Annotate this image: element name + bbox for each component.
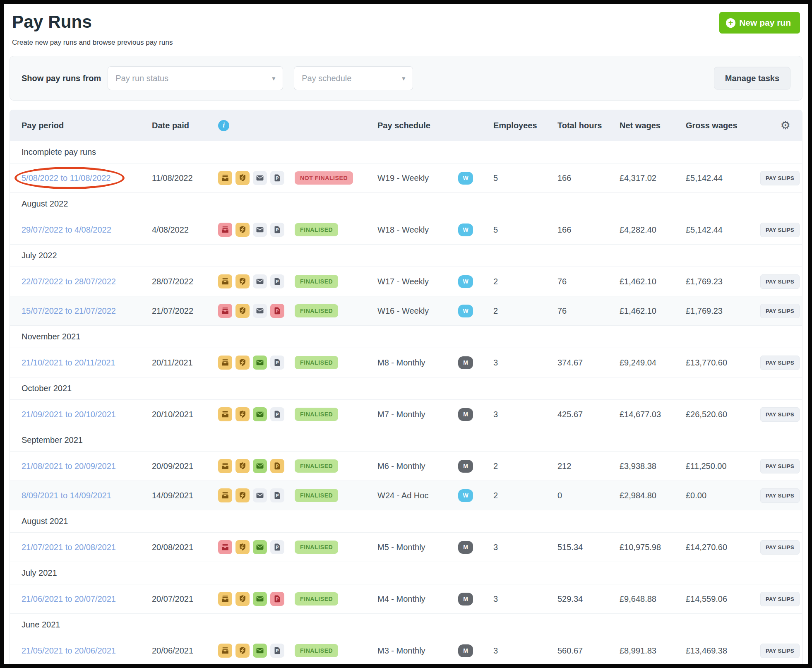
table-section-row: July 2022: [10, 244, 802, 267]
payments-icon: [218, 274, 232, 288]
net-wages-cell: £1,462.10: [620, 277, 686, 286]
employees-cell: 3: [493, 543, 557, 552]
pay-period-link[interactable]: 21/05/2021 to 20/06/2021: [22, 646, 116, 655]
employees-cell: 2: [493, 461, 557, 471]
pay-period-cell: 21/06/2021 to 20/07/2021: [22, 594, 152, 604]
pay-slips-button[interactable]: PAY SLIPS: [760, 304, 800, 318]
pay-schedule-cell: M3 - Monthly: [377, 646, 458, 656]
table-section-row: July 2021: [10, 562, 802, 584]
payments-icon: [218, 407, 232, 421]
table-row: 29/07/2022 to 4/08/20224/08/2022PFINALIS…: [10, 215, 802, 244]
net-wages-cell: £2,984.80: [620, 491, 686, 500]
pay-runs-table-body: Incomplete pay runs5/08/2022 to 11/08/20…: [10, 141, 802, 668]
section-label: August 2021: [22, 517, 68, 526]
pay-period-link[interactable]: 21/07/2021 to 20/08/2021: [22, 543, 116, 552]
total-hours-cell: 425.67: [557, 410, 620, 419]
info-icon[interactable]: i: [218, 120, 229, 131]
status-badge: FINALISED: [295, 304, 338, 317]
svg-text:P: P: [276, 545, 279, 550]
date-paid-cell: 20/10/2021: [152, 410, 218, 419]
pay-slips-button[interactable]: PAY SLIPS: [760, 223, 800, 237]
email-icon: [253, 304, 267, 318]
pay-slips-button[interactable]: PAY SLIPS: [760, 274, 800, 289]
employees-cell: 2: [493, 491, 557, 500]
pay-schedule-cell: M6 - Monthly: [377, 461, 458, 471]
payments-icon: [218, 459, 232, 473]
schedule-badge-cell: M: [458, 644, 493, 657]
pay-period-cell: 8/09/2021 to 14/09/2021: [22, 491, 152, 500]
col-gross-wages: Gross wages: [686, 121, 760, 130]
col-total-hours: Total hours: [557, 121, 620, 130]
pay-period-link[interactable]: 22/07/2022 to 28/07/2022: [22, 277, 116, 286]
hmrc-shield-icon: [235, 488, 250, 502]
status-badge: FINALISED: [295, 356, 338, 369]
pay-period-cell: 21/07/2021 to 20/08/2021: [22, 543, 152, 552]
pay-slips-button[interactable]: PAY SLIPS: [760, 407, 800, 422]
col-date-paid: Date paid: [152, 121, 218, 130]
pay-schedule-select[interactable]: Pay schedule ▾: [294, 66, 413, 90]
task-icon-strip: P: [218, 274, 295, 288]
pay-slips-button[interactable]: PAY SLIPS: [760, 488, 800, 503]
pay-slips-button[interactable]: PAY SLIPS: [760, 592, 800, 606]
total-hours-cell: 76: [557, 306, 620, 316]
pay-slips-button[interactable]: PAY SLIPS: [760, 644, 800, 658]
table-section-row: August 2021: [10, 510, 802, 532]
gross-wages-cell: £1,769.23: [686, 306, 760, 316]
table-row: 21/09/2021 to 20/10/202120/10/2021PFINAL…: [10, 399, 802, 429]
table-row: 21/08/2021 to 20/09/202120/09/2021PFINAL…: [10, 451, 802, 481]
pension-icon: P: [270, 459, 284, 473]
pay-period-cell: 21/10/2021 to 20/11/2021: [22, 358, 152, 368]
section-label: September 2021: [22, 435, 83, 445]
table-section-row: June 2021: [10, 613, 802, 636]
pay-period-link[interactable]: 15/07/2022 to 21/07/2022: [22, 306, 116, 315]
pay-period-link[interactable]: 29/07/2022 to 4/08/2022: [22, 225, 111, 234]
pension-icon: P: [270, 407, 284, 421]
col-employees: Employees: [493, 121, 557, 130]
task-icon-strip: P: [218, 488, 295, 502]
app-window: Pay Runs Create new pay runs and browse …: [0, 0, 812, 668]
total-hours-cell: 529.34: [557, 594, 620, 604]
pay-period-cell: 21/09/2021 to 20/10/2021: [22, 410, 152, 419]
new-pay-run-button[interactable]: + New pay run: [719, 12, 800, 34]
pay-schedule-cell: W24 - Ad Hoc: [377, 491, 458, 500]
pay-period-link[interactable]: 5/08/2022 to 11/08/2022: [22, 173, 111, 183]
pay-slips-button[interactable]: PAY SLIPS: [760, 540, 800, 555]
net-wages-cell: £3,938.38: [620, 461, 686, 471]
manage-tasks-button[interactable]: Manage tasks: [714, 67, 790, 90]
pay-period-link[interactable]: 21/08/2021 to 20/09/2021: [22, 461, 116, 471]
task-icon-strip: P: [218, 407, 295, 421]
pay-slips-button[interactable]: PAY SLIPS: [760, 171, 800, 185]
gross-wages-cell: £26,520.60: [686, 410, 760, 419]
schedule-type-badge: M: [458, 356, 473, 369]
section-label: June 2021: [22, 620, 60, 630]
page-header: Pay Runs Create new pay runs and browse …: [4, 4, 808, 47]
svg-text:P: P: [276, 228, 279, 232]
pay-slips-button[interactable]: PAY SLIPS: [760, 459, 800, 473]
email-icon: [253, 488, 267, 502]
pay-period-link[interactable]: 21/10/2021 to 20/11/2021: [22, 358, 115, 367]
pay-period-link[interactable]: 21/09/2021 to 20/10/2021: [22, 410, 116, 419]
net-wages-cell: £1,462.10: [620, 306, 686, 316]
pension-icon: P: [270, 592, 284, 606]
task-icon-strip: P: [218, 592, 295, 606]
task-icon-strip: P: [218, 459, 295, 473]
hmrc-shield-icon: [235, 274, 250, 288]
pay-period-link[interactable]: 21/06/2021 to 20/07/2021: [22, 594, 116, 603]
pay-period-cell: 22/07/2022 to 28/07/2022: [22, 277, 152, 286]
hmrc-shield-icon: [235, 540, 250, 554]
pay-slips-button[interactable]: PAY SLIPS: [760, 356, 800, 370]
table-row: 21/05/2021 to 20/06/202120/06/2021PFINAL…: [10, 636, 802, 665]
chevron-down-icon: ▾: [402, 74, 405, 82]
email-icon: [253, 171, 267, 185]
pay-run-status-select[interactable]: Pay run status ▾: [108, 66, 283, 90]
payments-icon: [218, 356, 232, 370]
table-section-row: November 2021: [10, 325, 802, 348]
table-row: 21/07/2021 to 20/08/202120/08/2021PFINAL…: [10, 532, 802, 562]
task-icon-strip: P: [218, 171, 295, 185]
pay-period-link[interactable]: 8/09/2021 to 14/09/2021: [22, 491, 111, 500]
status-cell: FINALISED: [295, 304, 377, 317]
schedule-type-badge: M: [458, 408, 473, 421]
email-icon: [253, 644, 267, 658]
gross-wages-cell: £5,142.44: [686, 173, 760, 183]
gear-icon[interactable]: ⚙: [781, 120, 790, 131]
